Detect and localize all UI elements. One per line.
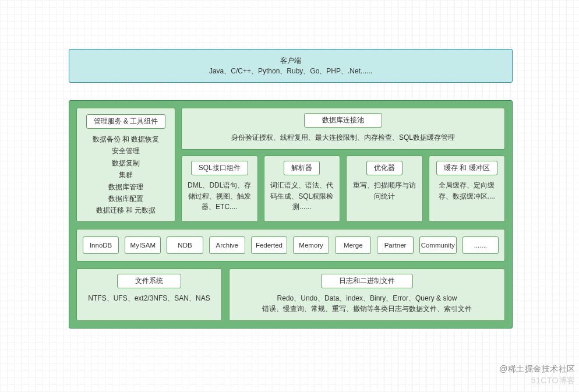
client-body: Java、C/C++、Python、Ruby、Go、PHP、.Net...... (79, 66, 503, 76)
server-top-row: 管理服务 & 工具组件 数据备份 和 数据恢复 安全管理 数据复制 集群 数据库… (76, 108, 505, 222)
logs-line1: Redo、Undo、Data、index、Binry、Error、Query &… (235, 293, 499, 304)
pool-body: 身份验证授权、线程复用、最大连接限制、内存检查、SQL数据缓存管理 (188, 132, 499, 143)
sql-interface-block: SQL接口组件 DML、DDL语句、存储过程、视图、触发器、ETC.... (181, 156, 258, 222)
engine-item: ....... (463, 236, 499, 254)
diagram-canvas: 客户端 Java、C/C++、Python、Ruby、Go、PHP、.Net..… (69, 49, 513, 329)
logs-block: 日志和二进制文件 Redo、Undo、Data、index、Binry、Erro… (229, 269, 505, 321)
logs-title: 日志和二进制文件 (321, 274, 413, 288)
filesystem-body: NTFS、UFS、ext2/3NFS、SAN、NAS (83, 293, 216, 304)
engine-item: Partner (377, 236, 413, 254)
engine-item: Merge (335, 236, 371, 254)
component-title: 缓存 和 缓冲区 (436, 161, 497, 175)
component-title: 优化器 (366, 161, 403, 175)
logs-body: Redo、Undo、Data、index、Binry、Error、Query &… (235, 293, 499, 315)
bottom-row: 文件系统 NTFS、UFS、ext2/3NFS、SAN、NAS 日志和二进制文件… (76, 269, 505, 321)
engine-item: Community (419, 236, 457, 254)
mgmt-body: 数据备份 和 数据恢复 安全管理 数据复制 集群 数据库管理 数据库配置 数据迁… (80, 133, 171, 217)
engine-item: MyISAM (125, 236, 161, 254)
engine-item: InnoDB (83, 236, 119, 254)
client-title: 客户端 (79, 55, 503, 66)
mgmt-block: 管理服务 & 工具组件 数据备份 和 数据恢复 安全管理 数据复制 集群 数据库… (76, 108, 175, 222)
optimizer-block: 优化器 重写、扫描顺序与访问统计 (346, 156, 423, 222)
component-body: DML、DDL语句、存储过程、视图、触发器、ETC.... (185, 180, 254, 213)
component-title: 解析器 (284, 161, 320, 175)
components-row: SQL接口组件 DML、DDL语句、存储过程、视图、触发器、ETC.... 解析… (181, 156, 505, 222)
logs-line2: 错误、慢查询、常规、重写、撤销等各类日志与数据文件、索引文件 (235, 303, 499, 315)
engine-item: NDB (167, 236, 203, 254)
mgmt-line: 数据复制 (80, 157, 171, 169)
pool-title: 数据库连接池 (304, 113, 382, 128)
component-body: 全局缓存、定向缓存、数据缓冲区.... (433, 180, 502, 202)
mgmt-line: 集群 (80, 169, 171, 181)
filesystem-block: 文件系统 NTFS、UFS、ext2/3NFS、SAN、NAS (76, 269, 222, 321)
watermark-1: @稀土掘金技术社区 (499, 364, 576, 375)
server-right-stack: 数据库连接池 身份验证授权、线程复用、最大连接限制、内存检查、SQL数据缓存管理… (181, 108, 505, 222)
client-block: 客户端 Java、C/C++、Python、Ruby、Go、PHP、.Net..… (69, 49, 513, 83)
component-title: SQL接口组件 (191, 161, 248, 175)
mgmt-line: 数据库配置 (80, 193, 171, 204)
watermark-2: 51CTO博客 (531, 376, 576, 386)
mgmt-line: 安全管理 (80, 145, 171, 157)
mgmt-line: 数据迁移 和 元数据 (80, 204, 171, 216)
engines-row: InnoDB MyISAM NDB Archive Federted Memor… (76, 229, 505, 262)
mgmt-line: 数据库管理 (80, 181, 171, 193)
mgmt-title: 管理服务 & 工具组件 (86, 114, 166, 129)
pool-block: 数据库连接池 身份验证授权、线程复用、最大连接限制、内存检查、SQL数据缓存管理 (181, 108, 505, 150)
cache-block: 缓存 和 缓冲区 全局缓存、定向缓存、数据缓冲区.... (429, 156, 506, 222)
filesystem-title: 文件系统 (117, 274, 181, 288)
mgmt-line: 数据备份 和 数据恢复 (80, 133, 171, 145)
server-block: 管理服务 & 工具组件 数据备份 和 数据恢复 安全管理 数据复制 集群 数据库… (69, 100, 513, 329)
component-body: 重写、扫描顺序与访问统计 (350, 180, 419, 202)
engine-item: Memory (293, 236, 329, 254)
parser-block: 解析器 词汇语义、语法、代码生成、SQL权限检测...... (264, 156, 341, 222)
component-body: 词汇语义、语法、代码生成、SQL权限检测...... (268, 180, 337, 213)
engine-item: Archive (209, 236, 245, 254)
engine-item: Federted (251, 236, 287, 254)
